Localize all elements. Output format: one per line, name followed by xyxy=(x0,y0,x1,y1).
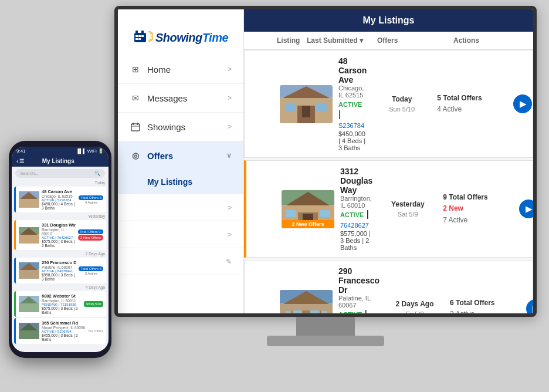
svg-rect-1 xyxy=(135,31,138,34)
phone-name-2: 331 Douglas Way xyxy=(42,222,76,228)
row3-total-offers: 6 Total Offers xyxy=(450,298,526,309)
spacer2-chevron xyxy=(228,231,232,239)
sidebar-spacer-2 xyxy=(118,221,243,248)
sidebar-item-showings[interactable]: Showings xyxy=(118,113,243,141)
messages-icon: ✉ xyxy=(130,92,141,104)
table-row: 290 Francesco Dr Palatine, IL 60067 ACTI… xyxy=(244,260,533,313)
my-listings-label: My Listings xyxy=(147,177,192,187)
phone-price-3: $958,000 | 3 Beds | 3 Baths xyxy=(42,273,76,281)
phone-list-item[interactable]: 48 Carson Ave Chicago, IL 62515 ACTIVE |… xyxy=(14,187,106,212)
phone-no-offers-5: No Offers xyxy=(88,329,103,333)
sidebar-item-home-label: Home xyxy=(147,65,171,75)
row2-mls[interactable]: 76428627 xyxy=(340,222,369,229)
row3-play-button[interactable]: ▶ xyxy=(526,299,533,313)
row1-mls[interactable]: S236784 xyxy=(338,122,364,129)
phone-date-4: 4 Days Ago xyxy=(12,285,109,290)
showings-chevron-icon xyxy=(228,123,232,131)
phone-list-item[interactable]: 290 Francesco Dr Palatine, IL 60067 ACTI… xyxy=(14,258,106,283)
phone-search-bar[interactable]: Search... 🔍 xyxy=(15,169,105,178)
row1-date: Today Sun 5/10 xyxy=(367,94,437,114)
row2-play-button[interactable]: ▶ xyxy=(519,200,533,218)
phone-price-4: $575,000 | 3 Beds | 2 Baths xyxy=(42,306,82,315)
monitor-base xyxy=(267,336,384,346)
offers-chevron-icon xyxy=(226,151,232,160)
row1-date-sub: Sun 5/10 xyxy=(367,104,437,114)
spacer3-chevron: ✎ xyxy=(226,258,232,266)
row1-actions: ▶ 📋 → xyxy=(513,94,533,113)
row3-city: Palatine, IL 60067 xyxy=(338,295,379,309)
sidebar-item-home[interactable]: ⊞ Home xyxy=(118,55,243,84)
row1-city: Chicago, IL 62515 xyxy=(338,85,367,99)
desktop-monitor: ShowingTime ⊞ Home ✉ Me xyxy=(114,6,537,346)
row2-info-cell: 2 New Offers 3312 Douglas Way Barrington… xyxy=(279,167,372,251)
row2-city: Barrington, IL 60010 xyxy=(340,195,372,209)
svg-rect-67 xyxy=(19,330,39,339)
phone-list-item[interactable]: 331 Douglas Way Barrington, IL 60010 ACT… xyxy=(14,220,106,250)
phone-back-icon[interactable]: ‹ ☰ xyxy=(16,158,25,164)
phone-city-3: Palatine, IL 60067 xyxy=(42,265,76,269)
page-title: My Listings xyxy=(244,9,533,32)
row3-date-main: 2 Days Ago xyxy=(379,299,450,309)
row2-details: 3312 Douglas Way Barrington, IL 60010 AC… xyxy=(340,167,372,251)
phone-list-item[interactable]: 6882 Webster St Barrington, IL 60011 PEN… xyxy=(14,291,106,317)
phone-list-item[interactable]: 365 Schimmel Rd Mount Prospect, IL 60056… xyxy=(14,318,106,344)
row2-total-offers: 9 Total Offers xyxy=(443,192,519,203)
phone-price-2: $575,000 | 3 Beds | 2 Baths xyxy=(42,239,76,248)
phone-new-badge-2: 2 New Offers xyxy=(78,235,103,241)
phone-info-3: 290 Francesco Dr Palatine, IL 60067 ACTI… xyxy=(42,260,76,281)
phone-signal: ▐▌▌ WiFi 🔋 xyxy=(76,148,104,154)
row1-play-button[interactable]: ▶ xyxy=(513,94,532,113)
scene: ShowingTime ⊞ Home ✉ Me xyxy=(0,0,549,392)
showings-icon xyxy=(130,121,141,133)
phone-badge-4: $536,500 xyxy=(84,301,103,307)
svg-point-10 xyxy=(150,39,151,40)
row3-offers: 6 Total Offers 3 Active xyxy=(450,298,526,313)
phone-info-1: 48 Carson Ave Chicago, IL 62515 ACTIVE |… xyxy=(42,189,76,210)
sidebar-item-my-listings[interactable]: My Listings xyxy=(118,170,243,194)
row1-details: 48 Carson Ave Chicago, IL 62515 ACTIVE |… xyxy=(338,56,367,151)
svg-rect-19 xyxy=(302,106,310,117)
phone-badge-3: Total Offers 6 3 Active xyxy=(79,266,103,275)
svg-rect-20 xyxy=(286,103,296,111)
row2-status: ACTIVE xyxy=(340,211,364,218)
phone-name-4: 6882 Webster St xyxy=(42,293,82,299)
col-header-spacer xyxy=(253,36,277,45)
phone-badge-5: No Offers xyxy=(88,329,103,333)
phone-price-badge-4: $536,500 xyxy=(84,301,103,307)
row1-status: ACTIVE xyxy=(338,101,362,108)
phone-city-1: Chicago, IL 62515 xyxy=(42,194,76,198)
row1-active-offers: 4 Active xyxy=(437,104,513,115)
phone-date-1: Today xyxy=(12,180,109,185)
phone-city-2: Barrington, IL 60010 xyxy=(42,228,76,236)
table-row: 2 New Offers 3312 Douglas Way Barrington… xyxy=(244,160,533,258)
col-header-submitted[interactable]: Last Submitted ▾ xyxy=(307,36,377,45)
row3-date: 2 Days Ago Fri 5/8 xyxy=(379,299,450,313)
row1-date-main: Today xyxy=(367,94,437,104)
sidebar: ShowingTime ⊞ Home ✉ Me xyxy=(118,9,244,313)
phone-date-2: Yesterday xyxy=(12,214,109,219)
row1-offers: 5 Total Offers 4 Active xyxy=(437,93,513,115)
phone-total-badge-1: Total Offers 5 xyxy=(79,195,103,200)
row1-house-svg xyxy=(280,85,333,123)
phone-city-5: Mount Prospect, IL 60056 xyxy=(42,326,86,330)
row3-active-offers: 3 Active xyxy=(450,309,526,313)
col-header-offers: Offers xyxy=(377,36,453,45)
svg-point-8 xyxy=(150,33,151,35)
phone-search-icon: 🔍 xyxy=(94,171,100,176)
svg-rect-55 xyxy=(19,198,39,208)
phone-thumb-3 xyxy=(19,262,39,279)
phone-time: 9:41 xyxy=(16,148,26,154)
svg-rect-6 xyxy=(135,38,138,40)
svg-rect-35 xyxy=(310,310,320,314)
row2-status-mls: ACTIVE | 76428627 xyxy=(340,209,372,230)
row2-address: 3312 Douglas Way xyxy=(340,167,372,195)
sidebar-item-messages[interactable]: ✉ Messages xyxy=(118,84,243,113)
svg-rect-37 xyxy=(322,311,327,314)
showingtime-logo-icon xyxy=(133,29,153,46)
svg-rect-13 xyxy=(137,123,138,125)
phone-thumb-5 xyxy=(19,323,39,339)
phone-info-4: 6882 Webster St Barrington, IL 60011 PEN… xyxy=(42,293,82,315)
main-content: My Listings Listing Last Submitted ▾ Off… xyxy=(244,9,533,313)
sidebar-item-offers[interactable]: ◎ Offers xyxy=(118,141,243,170)
phone-active-3: 3 Active xyxy=(79,272,103,275)
